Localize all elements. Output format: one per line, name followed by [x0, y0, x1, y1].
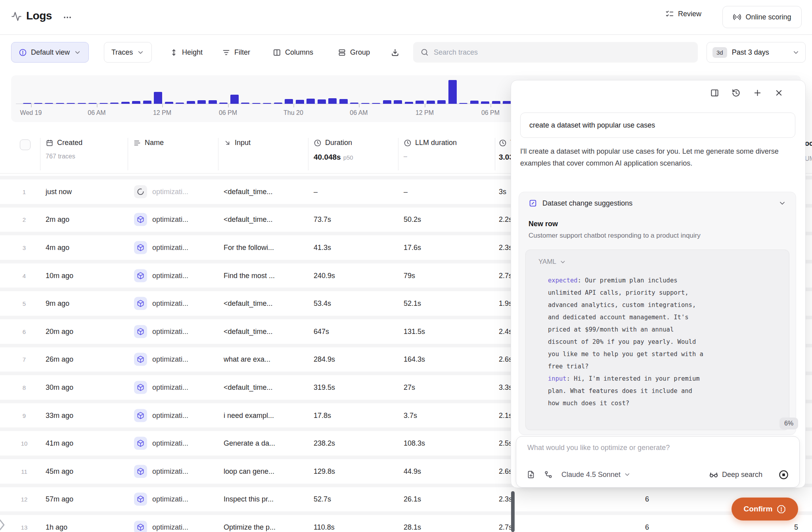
histogram-bar [328, 98, 337, 104]
code-line: how much does it cost? [548, 397, 703, 410]
histogram-bar [350, 103, 358, 104]
online-scoring-button[interactable]: Online scoring [722, 6, 802, 28]
histogram-bar [121, 102, 130, 104]
cell-duration: 41.3s [314, 243, 331, 252]
clock-icon [404, 139, 412, 147]
cell-ttft: 2.2s [499, 215, 512, 224]
cell-input: <default_time... [224, 215, 273, 224]
cell-created: 20m ago [46, 327, 73, 336]
cell-ttft: 2.7s [499, 523, 512, 531]
histogram-bar [416, 101, 424, 104]
column-aggregate: – [404, 153, 457, 160]
octagon-alert-icon [777, 505, 786, 514]
review-label: Review [678, 10, 701, 18]
row-height-button[interactable]: Height [170, 42, 203, 63]
header-divider [0, 34, 812, 35]
column-divider [218, 138, 218, 170]
close-icon[interactable] [774, 88, 784, 98]
column-header-duration[interactable]: Duration 40.048sp50 [314, 139, 353, 162]
date-range-selector[interactable]: 3d Past 3 days [707, 42, 806, 63]
yaml-code: expected: Our premium plan includesunlim… [548, 275, 703, 410]
axis-tick-label: 12 PM [144, 109, 180, 116]
yaml-key: expected [548, 277, 578, 284]
trace-type-icon [134, 213, 147, 226]
column-header-llm-duration[interactable]: LLM duration – [404, 139, 457, 160]
table-row-body: 1257m agooptimizati...Inspect this pr...… [0, 487, 812, 512]
column-header-created[interactable]: Created 767 traces [46, 139, 82, 160]
cell-input: Inspect this pr... [224, 495, 274, 503]
table-row-body: 131h agooptimizati...Optimize the p...11… [0, 515, 812, 532]
columns-button[interactable]: Columns [273, 42, 313, 63]
histogram-bar [503, 101, 511, 104]
row-number: 6 [15, 328, 33, 335]
composer-input[interactable] [527, 444, 781, 452]
row-number: 9 [15, 412, 33, 419]
histogram-bar [100, 103, 108, 104]
confirm-button[interactable]: Confirm [732, 498, 798, 521]
filter-button[interactable]: Filter [222, 42, 250, 63]
cell-input: <default_time... [224, 327, 273, 336]
row-number: 11 [15, 468, 33, 475]
expand-chevron-icon[interactable] [0, 518, 8, 532]
cell-extra-1: 6 [638, 523, 657, 531]
file-plus-icon[interactable] [527, 470, 535, 479]
cell-llm-duration: 52.1s [404, 299, 421, 308]
cell-duration: 238.2s [314, 439, 335, 448]
more-options-icon[interactable] [63, 13, 72, 22]
cell-ttft: 2.3s [499, 243, 512, 252]
select-all-checkbox[interactable] [20, 139, 31, 150]
histogram-bar [383, 100, 391, 104]
filter-label: Filter [234, 48, 250, 57]
code-line: input: Hi, I'm interested in your premiu… [548, 373, 703, 385]
suggestions-accordion-toggle[interactable]: Dataset change suggestions [519, 192, 796, 214]
cell-llm-duration: 131.5s [404, 327, 425, 336]
group-button[interactable]: Group [338, 42, 370, 63]
cell-name: optimizati... [152, 383, 188, 391]
workflow-icon[interactable] [544, 470, 553, 479]
trace-type-icon [134, 241, 147, 254]
object-type-selector[interactable]: Traces [104, 42, 152, 63]
view-selector-button[interactable]: Default view [11, 42, 89, 63]
top-bar: Logs Review Online scoring [0, 0, 812, 34]
cell-duration: 53.4s [314, 299, 331, 308]
row-number: 4 [15, 272, 33, 279]
deep-search-toggle[interactable]: Deep search [709, 470, 762, 479]
row-height-label: Height [182, 48, 203, 57]
suggestions-title: Dataset change suggestions [542, 199, 632, 208]
histogram-bar [241, 103, 249, 104]
column-header-input[interactable]: Input [224, 139, 251, 147]
trace-type-icon [134, 465, 147, 478]
cell-duration: 73.7s [314, 215, 331, 224]
table-row[interactable]: 131h agooptimizati...Optimize the p...11… [0, 511, 812, 532]
new-chat-icon[interactable] [752, 88, 762, 98]
download-icon [391, 48, 400, 57]
history-icon[interactable] [731, 88, 741, 98]
row-number: 10 [15, 440, 33, 447]
code-language-select[interactable]: YAML [538, 258, 566, 266]
cell-name: optimizati... [152, 411, 188, 419]
cell-llm-duration: – [404, 187, 408, 196]
cell-input: what are exa... [224, 355, 270, 364]
export-button[interactable] [391, 42, 400, 63]
cell-extra-2: 5 [787, 523, 805, 531]
search-input[interactable] [434, 48, 672, 57]
histogram-bar [405, 102, 413, 104]
trace-type-icon [134, 269, 147, 282]
cut-column-header-fragment: oc [805, 139, 812, 148]
open-side-panel-icon[interactable] [709, 88, 720, 98]
column-header-name[interactable]: Name [133, 139, 164, 147]
model-selector[interactable]: Claude 4.5 Sonnet [561, 471, 631, 479]
cell-created: just now [46, 187, 72, 196]
histogram-bar [23, 103, 31, 104]
histogram-bar [361, 103, 370, 104]
review-button[interactable]: Review [665, 10, 701, 18]
stop-generation-icon[interactable] [778, 469, 789, 480]
cell-duration: 319.5s [314, 383, 335, 391]
rows-group-icon [338, 48, 346, 57]
code-line: and dedicated account management. It's [548, 311, 703, 324]
chevron-down-icon [624, 471, 631, 478]
clock-icon [314, 139, 322, 147]
trace-type-icon [134, 521, 147, 532]
cell-ttft: 2.5s [499, 439, 512, 448]
vertical-scrollbar-thumb[interactable] [511, 491, 515, 532]
